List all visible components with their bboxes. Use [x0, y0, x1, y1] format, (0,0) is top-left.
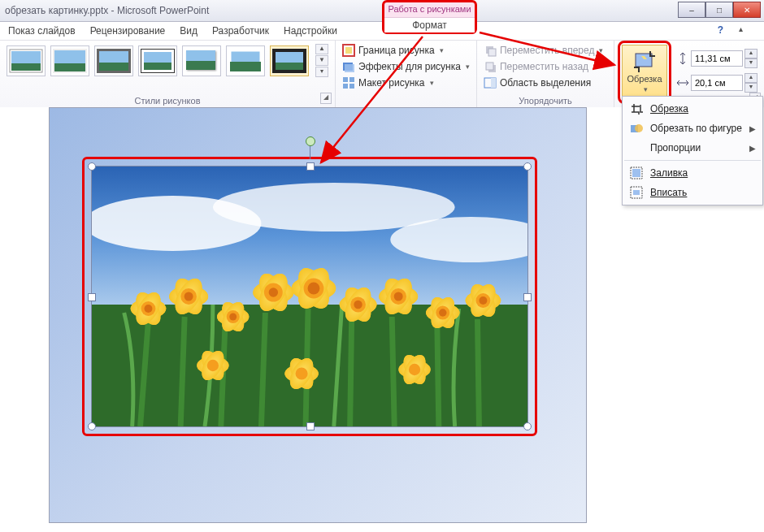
window-title: обрезать картинку.pptx - Microsoft Power… — [0, 5, 209, 16]
picture-border-icon — [342, 44, 355, 57]
svg-point-127 — [479, 296, 487, 305]
style-thumb-7[interactable] — [270, 45, 309, 76]
svg-point-87 — [269, 288, 278, 297]
svg-rect-26 — [349, 84, 354, 89]
send-backward-button: Переместить назад▾ — [484, 60, 607, 73]
svg-point-63 — [145, 305, 153, 313]
group-arrange: Переместить вперед▾ Переместить назад▾ О… — [477, 41, 614, 107]
style-thumb-2[interactable] — [50, 45, 89, 76]
svg-rect-10 — [144, 52, 171, 63]
close-button[interactable]: ✕ — [733, 2, 761, 18]
bring-forward-icon — [484, 44, 497, 57]
handle-r[interactable] — [523, 293, 532, 301]
svg-point-103 — [354, 301, 362, 309]
crop-button[interactable]: Обрезка ▾ — [622, 45, 667, 100]
contextual-tab-picture-tools[interactable]: Работа с рисунками Формат — [382, 0, 477, 34]
svg-rect-25 — [343, 84, 348, 89]
handle-l[interactable] — [88, 293, 96, 301]
group-label-arrange: Упорядочить — [484, 94, 607, 107]
picture-content — [92, 167, 527, 426]
svg-rect-15 — [230, 62, 261, 71]
height-spinner[interactable]: ▲▼ — [744, 49, 757, 68]
fit-icon — [629, 186, 644, 199]
send-backward-icon — [484, 60, 497, 73]
menu-item-crop[interactable]: Обрезка — [624, 99, 761, 119]
svg-line-52 — [350, 321, 352, 426]
picture-border-button[interactable]: Граница рисунка▾ — [342, 44, 470, 57]
handle-t[interactable] — [306, 162, 315, 171]
minimize-button[interactable]: – — [678, 2, 705, 18]
image-highlight-frame — [82, 157, 537, 436]
svg-rect-39 — [632, 169, 640, 177]
style-thumb-6[interactable] — [226, 45, 265, 76]
picture-effects-button[interactable]: Эффекты для рисунка▾ — [342, 60, 470, 73]
menu-item-fit[interactable]: Вписать — [624, 183, 761, 202]
handle-br[interactable] — [523, 422, 532, 430]
width-icon — [676, 76, 689, 89]
width-input[interactable] — [691, 75, 743, 91]
height-input[interactable] — [691, 50, 743, 67]
gallery-up-icon[interactable]: ▲ — [315, 44, 328, 54]
tab-slideshow[interactable]: Показ слайдов — [8, 25, 76, 37]
fill-icon — [629, 167, 644, 179]
svg-rect-30 — [486, 63, 493, 70]
style-thumb-1[interactable] — [7, 45, 46, 76]
svg-rect-8 — [99, 63, 128, 71]
ribbon-expand-icon[interactable]: ▴ — [739, 24, 743, 33]
svg-rect-4 — [54, 50, 85, 63]
style-thumb-3[interactable] — [94, 45, 133, 76]
svg-point-37 — [635, 124, 643, 132]
selected-picture[interactable] — [91, 166, 528, 427]
submenu-arrow-icon: ▶ — [749, 144, 756, 153]
picture-style-gallery[interactable]: ▲ ▼ ▾ — [7, 44, 328, 77]
style-thumb-4[interactable] — [138, 45, 177, 76]
svg-point-134 — [207, 360, 219, 371]
tab-format[interactable]: Формат — [384, 17, 475, 32]
rotation-handle[interactable] — [306, 136, 315, 146]
tab-review[interactable]: Рецензирование — [90, 25, 166, 37]
width-spinner[interactable]: ▲▼ — [744, 73, 757, 93]
maximize-button[interactable]: □ — [705, 2, 733, 18]
crop-button-highlight: Обрезка ▾ — [618, 41, 671, 104]
handle-b[interactable] — [306, 422, 315, 430]
svg-rect-18 — [276, 63, 303, 70]
tab-developer[interactable]: Разработчик — [212, 25, 269, 37]
svg-point-79 — [229, 314, 237, 321]
svg-rect-20 — [345, 47, 352, 54]
crop-dropdown-menu: Обрезка Обрезать по фигуре ▶ Пропорции ▶… — [622, 96, 763, 205]
svg-rect-28 — [488, 49, 496, 56]
svg-rect-32 — [491, 78, 496, 88]
handle-bl[interactable] — [88, 422, 96, 430]
menu-item-crop-to-shape[interactable]: Обрезать по фигуре ▶ — [624, 119, 761, 138]
width-row: ▲▼ — [676, 73, 757, 93]
svg-rect-1 — [11, 51, 41, 63]
selection-pane-icon — [484, 76, 497, 89]
style-gallery-scroll[interactable]: ▲ ▼ ▾ — [315, 44, 328, 77]
svg-point-71 — [184, 292, 193, 301]
svg-point-95 — [308, 283, 320, 295]
slide[interactable] — [49, 107, 587, 523]
svg-rect-17 — [276, 52, 303, 63]
svg-line-54 — [437, 325, 439, 426]
handle-tr[interactable] — [523, 162, 532, 171]
picture-layout-icon — [342, 76, 355, 89]
tab-addins[interactable]: Надстройки — [284, 25, 337, 37]
gallery-down-icon[interactable]: ▼ — [315, 55, 328, 66]
gallery-more-icon[interactable]: ▾ — [315, 67, 328, 77]
tab-view[interactable]: Вид — [180, 25, 198, 37]
help-icon[interactable]: ? — [718, 24, 723, 36]
svg-rect-41 — [633, 190, 640, 195]
style-thumb-5[interactable] — [182, 45, 221, 76]
picture-layout-button[interactable]: Макет рисунка▾ — [342, 76, 470, 89]
svg-line-53 — [392, 317, 394, 426]
selection-pane-button[interactable]: Область выделения — [484, 76, 607, 89]
svg-point-148 — [409, 364, 420, 375]
height-icon — [676, 52, 689, 65]
menu-item-aspect-ratio[interactable]: Пропорции ▶ — [624, 138, 761, 158]
styles-dialog-launcher[interactable]: ◢ — [320, 93, 332, 104]
submenu-arrow-icon: ▶ — [749, 124, 756, 133]
crop-dropdown-icon: ▾ — [644, 85, 648, 93]
handle-tl[interactable] — [88, 162, 96, 171]
menu-item-fill[interactable]: Заливка — [624, 163, 761, 183]
height-row: ▲▼ — [676, 49, 757, 68]
